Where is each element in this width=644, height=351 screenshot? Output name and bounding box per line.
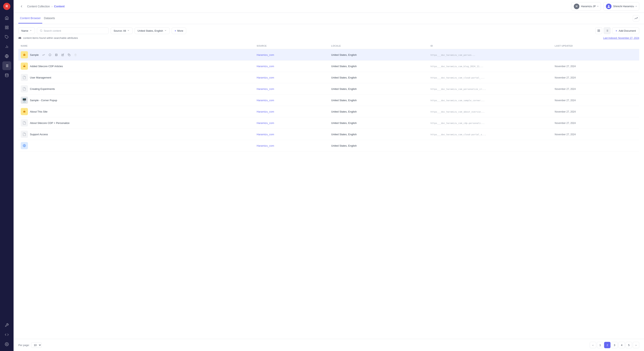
page-3-button[interactable]: 3 (611, 342, 618, 348)
row-image-icon[interactable] (45, 143, 50, 148)
row-info-icon[interactable] (78, 120, 84, 126)
source-link[interactable]: Haramizu_com (256, 76, 274, 79)
row-delete-icon[interactable] (104, 120, 109, 126)
row-image-icon[interactable] (78, 63, 83, 69)
row-edit-icon[interactable] (69, 131, 74, 137)
source-link[interactable]: Haramizu_com (256, 53, 274, 56)
tab-datasets[interactable]: Datasets (42, 13, 56, 23)
row-copy-icon[interactable] (66, 52, 72, 57)
analytics-icon[interactable] (633, 15, 639, 21)
sidebar-item-code[interactable] (2, 330, 11, 339)
row-analytics-icon[interactable] (50, 109, 55, 114)
source-link[interactable]: Haramizu_com (256, 144, 274, 147)
row-image-icon[interactable] (70, 86, 75, 92)
row-info-icon[interactable] (56, 109, 62, 114)
row-info-icon[interactable] (60, 75, 65, 80)
search-box[interactable] (37, 27, 109, 34)
user-selector[interactable]: Shinichi Haramizu ▾ (603, 2, 639, 10)
row-delete-icon[interactable] (72, 52, 78, 57)
sidebar-item-content[interactable] (2, 61, 11, 70)
row-edit-icon[interactable] (72, 75, 78, 80)
row-copy-icon[interactable] (85, 97, 90, 103)
row-edit-icon[interactable] (91, 120, 96, 126)
source-link[interactable]: Haramizu_com (256, 87, 274, 90)
row-analytics-icon[interactable] (65, 63, 70, 69)
next-page-button[interactable]: › (633, 342, 639, 348)
row-info-icon[interactable] (63, 86, 69, 92)
tab-content-browser[interactable]: Content Browser (18, 13, 42, 23)
row-delete-icon[interactable] (85, 75, 91, 80)
source-link[interactable]: Haramizu_com (256, 121, 274, 124)
row-delete-icon[interactable] (89, 86, 94, 92)
row-analytics-icon[interactable] (57, 86, 62, 92)
page-4-button[interactable]: 4 (618, 342, 625, 348)
row-image-icon[interactable] (54, 52, 59, 57)
row-edit-icon[interactable] (51, 143, 56, 148)
locale-filter-button[interactable]: United States, English (134, 27, 170, 34)
row-edit-icon[interactable] (76, 86, 82, 92)
sidebar-item-tools[interactable] (2, 321, 11, 330)
sidebar-item-home[interactable] (2, 13, 11, 22)
sidebar-item-database[interactable] (2, 71, 11, 80)
more-filters-button[interactable]: + More (172, 27, 186, 34)
back-button[interactable] (18, 3, 25, 9)
row-copy-icon[interactable] (75, 131, 81, 137)
row-delete-icon[interactable] (64, 143, 70, 148)
row-image-icon[interactable] (62, 131, 68, 137)
search-input[interactable] (44, 29, 106, 32)
row-delete-icon[interactable] (81, 109, 87, 114)
table-row[interactable]: Sample Haramizu_c (18, 49, 639, 60)
table-row[interactable]: Added Sitecore CDP Articles (18, 60, 639, 72)
row-copy-icon[interactable] (79, 75, 84, 80)
sidebar-item-settings[interactable] (2, 340, 11, 349)
source-link[interactable]: Haramizu_com (256, 133, 274, 136)
row-image-icon[interactable] (62, 109, 68, 114)
list-view-button[interactable] (604, 27, 610, 34)
row-edit-icon[interactable] (78, 97, 84, 103)
row-info-icon[interactable] (66, 97, 71, 103)
prev-page-button[interactable]: ‹ (590, 342, 596, 348)
page-1-button[interactable]: 1 (597, 342, 603, 348)
source-link[interactable]: Haramizu_com (256, 99, 274, 102)
row-copy-icon[interactable] (75, 109, 80, 114)
row-image-icon[interactable] (66, 75, 72, 80)
org-selector[interactable]: H Haramizu JP ▾ (571, 2, 601, 10)
per-page-select[interactable]: 10 25 50 (31, 343, 42, 348)
row-delete-icon[interactable] (82, 131, 87, 137)
table-row[interactable]: About Sitecore CDP + Personalize (18, 117, 639, 129)
table-row[interactable]: Support Access Ha (18, 129, 639, 140)
row-edit-icon[interactable] (84, 63, 90, 69)
row-analytics-icon[interactable] (53, 75, 59, 80)
row-analytics-icon[interactable] (72, 120, 77, 126)
row-analytics-icon[interactable] (41, 52, 46, 57)
table-row[interactable]: About This Site H (18, 106, 639, 117)
grid-view-button[interactable] (595, 27, 602, 34)
table-row[interactable]: Haramizu_com United States, English (18, 140, 639, 151)
row-image-icon[interactable] (84, 120, 90, 126)
row-analytics-icon[interactable] (59, 97, 65, 103)
row-copy-icon[interactable] (90, 63, 96, 69)
sidebar-item-chart[interactable] (2, 42, 11, 51)
row-edit-icon[interactable] (60, 52, 66, 57)
row-delete-icon[interactable] (91, 97, 97, 103)
add-document-button[interactable]: + Add Document (612, 27, 639, 34)
source-filter-button[interactable]: Source: All (111, 27, 132, 34)
row-copy-icon[interactable] (97, 120, 103, 126)
sidebar-item-puzzle[interactable] (2, 33, 11, 41)
row-info-icon[interactable] (38, 143, 44, 148)
row-analytics-icon[interactable] (32, 143, 38, 148)
table-row[interactable]: Creating Experiments (18, 83, 639, 95)
row-copy-icon[interactable] (82, 86, 88, 92)
page-2-button[interactable]: 2 (604, 342, 610, 348)
last-indexed-label[interactable]: Last Indexed: November 27, 2024 (603, 37, 639, 39)
row-delete-icon[interactable] (97, 63, 102, 69)
row-edit-icon[interactable] (68, 109, 74, 114)
row-info-icon[interactable] (71, 63, 77, 69)
sidebar-item-dashboard[interactable] (2, 23, 11, 32)
row-info-icon[interactable] (56, 131, 62, 137)
row-copy-icon[interactable] (58, 143, 63, 148)
page-5-button[interactable]: 5 (626, 342, 632, 348)
row-info-icon[interactable] (47, 52, 53, 57)
row-image-icon[interactable] (72, 97, 78, 103)
source-link[interactable]: Haramizu_com (256, 65, 274, 68)
